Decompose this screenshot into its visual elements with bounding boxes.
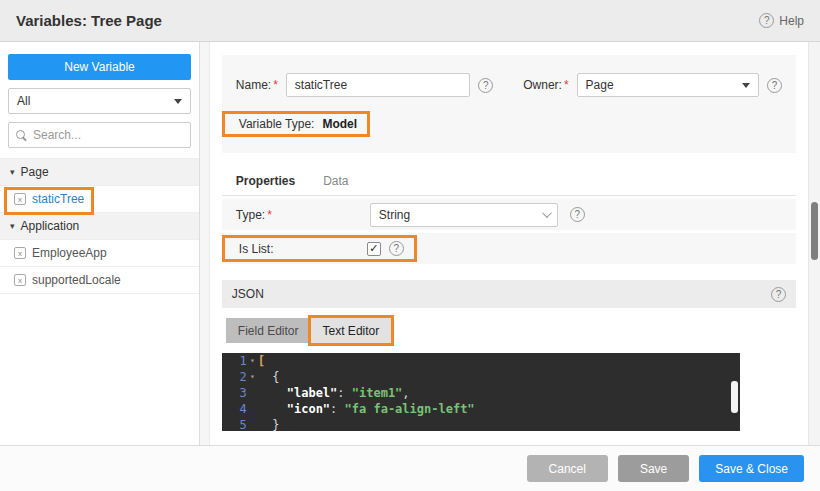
variables-dialog: Variables: Tree Page ? Help New Variable… [0,0,820,491]
variable-type-row: Variable Type: Model [222,111,782,137]
required-asterisk: * [273,78,278,92]
filter-select[interactable]: All [8,88,191,114]
tab-bar: PropertiesData [222,167,796,196]
json-title: JSON [232,287,264,301]
editor-mode-tabs: Field EditorText Editor [226,318,796,343]
name-label: Name:* [236,78,278,92]
tree-group-Page[interactable]: ▾Page [0,159,199,186]
editor-scrollbar[interactable] [731,381,738,413]
name-owner-row: Name:* ? Owner:* Page ? [236,73,782,97]
line-number: 1▾ [222,353,258,369]
variable-type-label: Variable Type: [239,117,315,131]
code-line: 5 } [222,417,740,431]
save-button[interactable]: Save [618,455,689,482]
is-list-label: Is List: [239,242,359,256]
save-close-button[interactable]: Save & Close [699,455,804,482]
type-row: Type:* String ? [222,199,796,230]
scrollbar-thumb[interactable] [811,202,818,260]
footer: Cancel Save Save & Close [0,445,820,491]
tree-label: staticTree [32,192,84,206]
json-section: JSON ? Field EditorText Editor 1▾[2▾ {3 … [222,280,796,431]
sidebar: New Variable All ▾PagestaticTree▾Applica… [0,42,200,445]
variable-icon [14,274,26,286]
json-header: JSON ? [222,280,796,308]
required-asterisk: * [564,78,569,92]
tree-item-staticTree[interactable]: staticTree [0,186,199,213]
owner-select[interactable]: Page [577,73,759,97]
code-line: 2▾ { [222,369,740,385]
tree-item-supportedLocale[interactable]: supportedLocale [0,267,199,294]
tree-label: Page [21,165,49,179]
main-panel: Name:* ? Owner:* Page ? Variable Type: M… [210,42,820,445]
is-list-highlight: Is List: ✓ ? [222,235,417,262]
dialog-header: Variables: Tree Page ? Help [0,0,820,42]
type-label: Type:* [236,208,370,222]
main-scrollbar[interactable] [808,42,820,445]
panel-divider [200,42,210,445]
line-number: 3 [222,385,258,401]
fold-arrow-icon: ▾ [247,369,258,385]
filter-value: All [17,94,30,108]
json-code-editor[interactable]: 1▾[2▾ {3 "label": "item1",4 "icon": "fa … [222,353,740,431]
name-help-icon[interactable]: ? [478,78,493,93]
code-lines: 1▾[2▾ {3 "label": "item1",4 "icon": "fa … [222,353,740,431]
variable-icon [14,193,26,205]
variable-type-value: Model [322,117,357,131]
required-asterisk: * [267,208,272,222]
name-input[interactable] [286,73,470,97]
tree-label: supportedLocale [32,273,121,287]
is-list-checkbox[interactable]: ✓ [367,242,381,256]
caret-down-icon [174,99,182,104]
type-help-icon[interactable]: ? [570,207,585,222]
caret-down-icon: ▾ [10,221,15,231]
caret-down-icon [742,83,750,88]
help-button[interactable]: ? Help [759,13,804,28]
search-box [8,122,191,148]
help-label: Help [779,14,804,28]
variable-tree: ▾PagestaticTree▾ApplicationEmployeeAppsu… [0,158,199,294]
fold-arrow-icon: ▾ [247,353,258,369]
search-icon [16,130,27,141]
variable-type-highlight: Variable Type: Model [222,111,370,137]
line-number: 2▾ [222,369,258,385]
search-input[interactable] [33,128,183,142]
field-editor-tab[interactable]: Field Editor [226,318,311,343]
cancel-button[interactable]: Cancel [527,455,608,482]
owner-label: Owner:* [523,78,568,92]
tree-item-EmployeeApp[interactable]: EmployeeApp [0,240,199,267]
variable-form: Name:* ? Owner:* Page ? Variable Type: M… [222,55,796,153]
tree-group-Application[interactable]: ▾Application [0,213,199,240]
chevron-down-icon [542,208,552,218]
line-number: 5 [222,417,258,431]
line-number: 4 [222,401,258,417]
is-list-help-icon[interactable]: ? [389,241,404,256]
caret-down-icon: ▾ [10,167,15,177]
code-line: 3 "label": "item1", [222,385,740,401]
owner-value: Page [586,78,614,92]
dialog-body: New Variable All ▾PagestaticTree▾Applica… [0,42,820,445]
properties-panel: Type:* String ? Is List: ✓ ? [222,199,796,264]
tab-data[interactable]: Data [309,167,362,195]
code-line: 4 "icon": "fa fa-align-left" [222,401,740,417]
new-variable-button[interactable]: New Variable [8,54,191,80]
tree-label: Application [21,219,80,233]
tab-properties[interactable]: Properties [222,167,309,195]
variable-icon [14,247,26,259]
owner-help-icon[interactable]: ? [767,78,782,93]
tree-label: EmployeeApp [32,246,107,260]
type-value: String [379,208,410,222]
type-select[interactable]: String [370,203,558,227]
page-title: Variables: Tree Page [16,12,162,29]
code-line: 1▾[ [222,353,740,369]
json-help-icon[interactable]: ? [771,287,786,302]
text-editor-tab[interactable]: Text Editor [311,318,392,343]
is-list-row: Is List: ✓ ? [222,233,796,264]
help-icon: ? [759,13,774,28]
